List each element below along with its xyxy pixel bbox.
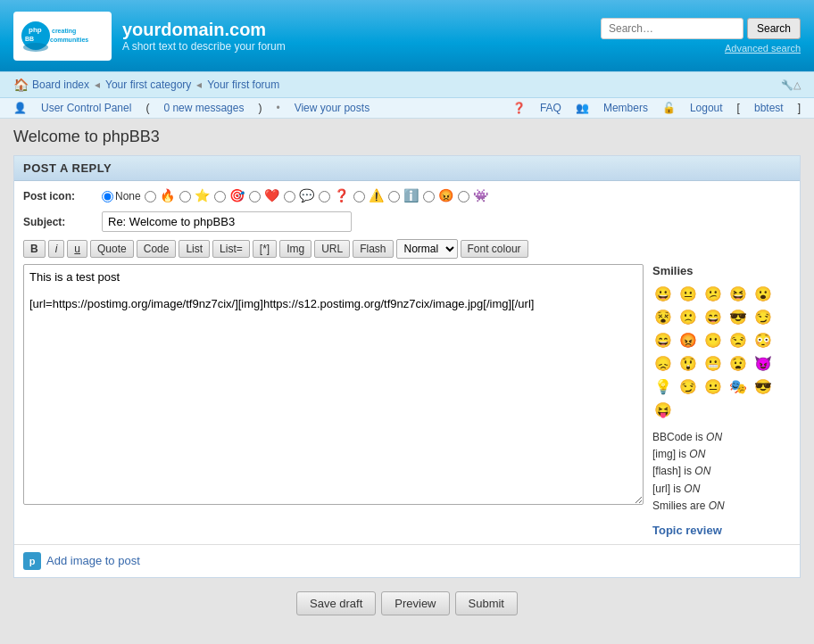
- smiley-cell[interactable]: 😲: [677, 352, 699, 374]
- bottom-buttons: Save draft Preview Submit: [13, 578, 801, 629]
- icon-heart: ❤️: [264, 188, 280, 204]
- add-image-row: p Add image to post: [14, 544, 800, 577]
- smilies-grid: 😀😐😕😆😮😵🙁😄😎😏😄😡😶😒😳😞😲😬😧😈💡😏😐🎭😎😝: [652, 283, 791, 420]
- breadcrumb-sep1: ◂: [95, 78, 100, 91]
- smiley-cell[interactable]: 😀: [652, 283, 674, 304]
- phpbb-logo: php BB creating communities: [13, 12, 112, 61]
- smiley-cell[interactable]: 😄: [652, 329, 674, 351]
- smiley-cell[interactable]: 😈: [752, 352, 774, 374]
- navbar: 👤 User Control Panel (0 new messages) • …: [0, 98, 814, 119]
- icon-alien-radio[interactable]: [458, 191, 469, 202]
- change-style[interactable]: 🔧△: [781, 79, 801, 91]
- list-button[interactable]: List: [179, 240, 210, 258]
- subject-label: Subject:: [23, 216, 95, 228]
- flash-button[interactable]: Flash: [353, 240, 393, 258]
- smiley-cell[interactable]: 😏: [677, 376, 699, 397]
- navbar-paren-open: (: [145, 102, 149, 114]
- smiley-cell[interactable]: 😐: [702, 376, 724, 397]
- smiley-cell[interactable]: 😡: [677, 329, 699, 351]
- board-index-link[interactable]: Board index: [32, 78, 89, 91]
- save-draft-button[interactable]: Save draft: [296, 591, 376, 615]
- list-eq-button[interactable]: List=: [212, 240, 250, 258]
- search-input[interactable]: [601, 18, 743, 39]
- new-messages-link[interactable]: 0 new messages: [163, 102, 244, 114]
- smiley-cell[interactable]: 😄: [702, 306, 724, 327]
- category-link[interactable]: Your first category: [105, 78, 191, 91]
- smiley-cell[interactable]: 😐: [677, 283, 699, 304]
- post-icon-label: Post icon:: [23, 190, 95, 202]
- username-link[interactable]: bbtest: [754, 102, 784, 114]
- smiley-cell[interactable]: 😆: [727, 283, 749, 304]
- icon-none-radio[interactable]: [102, 191, 113, 202]
- img-button[interactable]: Img: [279, 240, 311, 258]
- icon-bubble-radio[interactable]: [284, 191, 295, 202]
- bbcode-status: ON: [706, 431, 722, 443]
- formatting-toolbar: B i u Quote Code List List= [*] Img URL …: [23, 239, 791, 259]
- ucp-link[interactable]: User Control Panel: [41, 102, 131, 114]
- smiley-cell[interactable]: 😬: [702, 352, 724, 374]
- logout-link[interactable]: Logout: [690, 102, 723, 114]
- italic-button[interactable]: i: [48, 240, 65, 258]
- icon-star-radio[interactable]: [179, 191, 191, 202]
- post-icon-row: Post icon: None 🔥 ⭐ 🎯 ❤️ 💬: [23, 188, 791, 204]
- home-icon: 🏠: [13, 78, 29, 92]
- smiley-cell[interactable]: 😳: [752, 329, 774, 351]
- font-size-select[interactable]: TinySmallNormalLargeHuge: [396, 239, 458, 259]
- add-image-icon: p: [23, 552, 41, 570]
- breadcrumb-sep2: ◂: [196, 78, 202, 91]
- icon-none-option[interactable]: None: [102, 190, 141, 202]
- quote-button[interactable]: Quote: [90, 240, 134, 258]
- post-reply-header: POST A REPLY: [14, 156, 800, 181]
- smiley-cell[interactable]: 🎭: [727, 376, 749, 397]
- members-link[interactable]: Members: [603, 102, 648, 114]
- smiley-cell[interactable]: 😝: [652, 399, 674, 420]
- search-button[interactable]: Search: [747, 18, 801, 39]
- smiley-cell[interactable]: 😕: [702, 283, 724, 304]
- smiley-cell[interactable]: 💡: [652, 376, 674, 397]
- faq-link[interactable]: FAQ: [540, 102, 561, 114]
- smiley-cell[interactable]: 😞: [652, 352, 674, 374]
- search-row: Search: [601, 18, 801, 39]
- smilies-label: Smilies are: [652, 500, 705, 512]
- message-textarea[interactable]: [23, 264, 644, 505]
- smiley-cell[interactable]: 😵: [652, 306, 674, 327]
- icon-heart-radio[interactable]: [249, 191, 261, 202]
- icon-flame: 🔥: [160, 188, 176, 204]
- logo-area: php BB creating communities yourdomain.c…: [13, 12, 286, 61]
- preview-button[interactable]: Preview: [381, 591, 449, 615]
- logout-icon: 🔓: [662, 102, 676, 114]
- smiley-cell[interactable]: 🙁: [677, 306, 699, 327]
- icon-none-label: None: [115, 190, 141, 202]
- url-button[interactable]: URL: [314, 240, 350, 258]
- icon-target-radio[interactable]: [214, 191, 226, 202]
- topic-review-link[interactable]: Topic review: [652, 524, 722, 537]
- icon-bubble: 💬: [299, 188, 315, 204]
- advanced-search-link[interactable]: Advanced search: [725, 43, 801, 54]
- content: Welcome to phpBB3 POST A REPLY Post icon…: [0, 119, 814, 638]
- bold-button[interactable]: B: [23, 240, 46, 258]
- smiley-cell[interactable]: 😒: [727, 329, 749, 351]
- svg-text:communities: communities: [50, 37, 88, 43]
- font-colour-button[interactable]: Font colour: [461, 240, 528, 258]
- smiley-cell[interactable]: 😎: [752, 376, 774, 397]
- icon-angry-radio[interactable]: [423, 191, 435, 202]
- smiley-cell[interactable]: 😏: [752, 306, 774, 327]
- icon-flame-radio[interactable]: [145, 191, 156, 202]
- icon-info-radio[interactable]: [388, 191, 400, 202]
- forum-link[interactable]: Your first forum: [207, 78, 279, 91]
- code-button[interactable]: Code: [137, 240, 177, 258]
- submit-button[interactable]: Submit: [455, 591, 518, 615]
- smiley-cell[interactable]: 😎: [727, 306, 749, 327]
- navbar-sep1: •: [276, 102, 279, 114]
- icon-question-radio[interactable]: [319, 191, 330, 202]
- star-button[interactable]: [*]: [253, 240, 277, 258]
- subject-input[interactable]: [102, 211, 352, 232]
- underline-button[interactable]: u: [67, 240, 87, 258]
- smiley-cell[interactable]: 😶: [702, 329, 724, 351]
- icon-warning-radio[interactable]: [353, 191, 365, 202]
- view-posts-link[interactable]: View your posts: [295, 102, 370, 114]
- smiley-cell[interactable]: 😮: [752, 283, 774, 304]
- icon-question: ❓: [334, 188, 350, 204]
- smiley-cell[interactable]: 😧: [727, 352, 749, 374]
- add-image-link[interactable]: Add image to post: [46, 554, 140, 567]
